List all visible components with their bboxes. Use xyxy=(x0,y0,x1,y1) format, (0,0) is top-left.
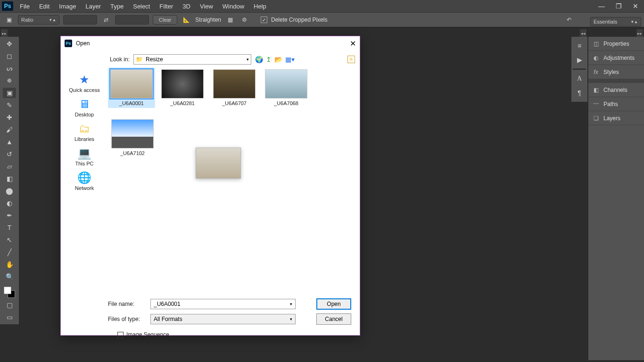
menu-image[interactable]: Image xyxy=(59,3,76,10)
place-libraries[interactable]: 🗂Libraries xyxy=(74,122,94,142)
look-in-label: Look in: xyxy=(108,56,130,63)
healing-brush-tool[interactable]: ✚ xyxy=(3,112,16,123)
line-tool[interactable]: ╱ xyxy=(3,247,16,257)
file-item-1[interactable]: _U6A0281 xyxy=(160,69,205,106)
magic-wand-tool[interactable]: ✵ xyxy=(3,75,16,86)
menu-file[interactable]: File xyxy=(20,3,30,10)
dodge-tool[interactable]: ◐ xyxy=(3,198,16,208)
eraser-tool[interactable]: ▱ xyxy=(3,161,16,172)
crop-tool-icon[interactable]: ▣ xyxy=(4,15,14,25)
ratio-dropdown[interactable]: Ratio▼▲ xyxy=(18,15,59,25)
open-dialog: Ps Open ✕ ★Quick access 🖥Desktop 🗂Librar… xyxy=(60,36,360,336)
zoom-tool[interactable]: 🔍 xyxy=(3,272,16,282)
delete-cropped-checkbox[interactable]: ✓ xyxy=(261,16,267,23)
file-item-3[interactable]: _U6A7068 xyxy=(264,69,309,106)
type-tool[interactable]: T xyxy=(3,222,16,233)
swap-icon[interactable]: ⇄ xyxy=(101,15,111,25)
filetype-dropdown[interactable]: All Formats▾ xyxy=(150,314,296,324)
brush-tool[interactable]: 🖌 xyxy=(3,124,16,135)
menu-layer[interactable]: Layer xyxy=(86,3,101,10)
menu-edit[interactable]: Edit xyxy=(39,3,50,10)
lasso-tool[interactable]: ᔕ xyxy=(3,63,16,74)
window-controls: — ❐ ✕ xyxy=(593,0,644,12)
hand-tool[interactable]: ✋ xyxy=(3,259,16,270)
title-bar: Ps File Edit Image Layer Type Select Fil… xyxy=(0,0,644,12)
panel-styles[interactable]: fxStyles xyxy=(588,65,644,79)
back-icon[interactable]: 🌍 xyxy=(255,56,263,63)
screen-mode-toggle[interactable]: ▭ xyxy=(3,312,16,322)
dialog-close-button[interactable]: ✕ xyxy=(350,39,356,48)
ratio-width-input[interactable] xyxy=(63,15,97,25)
gradient-tool[interactable]: ◧ xyxy=(3,173,16,184)
options-bar: ▣ Ratio▼▲ ⇄ Clear 📐 Straighten ▦ ⚙ ✓ Del… xyxy=(0,12,644,27)
panel-channels[interactable]: ◧Channels xyxy=(588,83,644,97)
move-tool[interactable]: ✥ xyxy=(3,39,16,49)
quick-mask-toggle[interactable]: ▢ xyxy=(3,300,16,310)
paragraph-icon[interactable]: ¶ xyxy=(574,88,585,98)
open-button[interactable]: Open xyxy=(316,298,351,310)
menu-window[interactable]: Window xyxy=(223,3,244,10)
character-icon[interactable]: A xyxy=(574,74,585,84)
color-swatches[interactable] xyxy=(4,287,15,298)
crop-tool[interactable]: ▣ xyxy=(3,88,16,98)
history-brush-tool[interactable]: ↺ xyxy=(3,149,16,159)
workspace-selector[interactable]: Essentials▼▲ xyxy=(590,17,641,26)
filetype-label: Files of type: xyxy=(108,316,146,322)
gear-icon[interactable]: ⚙ xyxy=(239,15,249,25)
file-item-0[interactable]: _U6A0001 xyxy=(108,67,155,108)
places-bar: ★Quick access 🖥Desktop 🗂Libraries 💻This … xyxy=(66,53,103,296)
play-icon[interactable]: ▶ xyxy=(574,55,585,65)
menu-filter[interactable]: Filter xyxy=(159,3,173,10)
image-sequence-checkbox[interactable] xyxy=(117,332,124,338)
panel-stack: ◫Properties ◐Adjustments fxStyles ◧Chann… xyxy=(588,37,644,360)
ratio-height-input[interactable] xyxy=(115,15,149,25)
file-item-2[interactable]: _U6A6707 xyxy=(212,69,257,106)
clear-button[interactable]: Clear xyxy=(153,15,177,25)
thumbnail-icon xyxy=(161,69,204,99)
up-icon[interactable]: ↥ xyxy=(266,56,272,63)
thumbnail-icon xyxy=(213,69,256,99)
favorites-icon[interactable]: ✳ xyxy=(347,56,355,63)
restore-button[interactable]: ❐ xyxy=(610,0,627,12)
menu-3d[interactable]: 3D xyxy=(182,3,190,10)
filename-input[interactable]: _U6A0001▾ xyxy=(150,299,296,309)
close-button[interactable]: ✕ xyxy=(627,0,644,12)
panel-properties[interactable]: ◫Properties xyxy=(588,37,644,51)
clone-stamp-tool[interactable]: ▲ xyxy=(3,137,16,147)
minimize-button[interactable]: — xyxy=(593,0,610,12)
marquee-tool[interactable]: ◻ xyxy=(3,51,16,61)
panel-properties-label: Properties xyxy=(603,41,629,47)
straighten-label: Straighten xyxy=(195,16,221,23)
place-network-label: Network xyxy=(75,185,94,191)
panel-paths-label: Paths xyxy=(603,101,618,107)
blur-tool[interactable]: ⬤ xyxy=(3,186,16,196)
menu-select[interactable]: Select xyxy=(133,3,150,10)
panel-adjustments[interactable]: ◐Adjustments xyxy=(588,51,644,65)
new-folder-icon[interactable]: 📂 xyxy=(274,56,282,63)
panel-layers[interactable]: ❏Layers xyxy=(588,111,644,125)
path-select-tool[interactable]: ↖ xyxy=(3,235,16,245)
presets-icon[interactable]: ≡ xyxy=(574,41,585,51)
place-this-pc[interactable]: 💻This PC xyxy=(75,147,93,166)
reset-icon[interactable]: ↶ xyxy=(564,15,574,25)
filename-value: _U6A0001 xyxy=(154,301,181,307)
file-list[interactable]: _U6A0001 _U6A0281 _U6A6707 _U6A7068 xyxy=(108,66,355,296)
eyedropper-tool[interactable]: ✎ xyxy=(3,100,16,110)
filename-label: File name: xyxy=(108,301,146,307)
menu-help[interactable]: Help xyxy=(254,3,266,10)
place-desktop[interactable]: 🖥Desktop xyxy=(75,98,94,117)
look-in-dropdown[interactable]: 📁 Resize ▾ xyxy=(133,54,251,65)
place-thispc-label: This PC xyxy=(75,161,93,166)
cancel-button[interactable]: Cancel xyxy=(316,313,351,325)
file-item-4[interactable]: _U6A7102 xyxy=(110,119,155,156)
file-name-0: _U6A0001 xyxy=(119,100,144,106)
menu-view[interactable]: View xyxy=(200,3,213,10)
place-quick-access[interactable]: ★Quick access xyxy=(69,73,99,93)
place-network[interactable]: 🌐Network xyxy=(75,171,94,191)
straighten-icon[interactable]: 📐 xyxy=(181,15,191,25)
pen-tool[interactable]: ✒ xyxy=(3,210,16,221)
panel-paths[interactable]: 〰Paths xyxy=(588,97,644,111)
menu-type[interactable]: Type xyxy=(110,3,124,10)
grid-icon[interactable]: ▦ xyxy=(225,15,235,25)
view-menu-icon[interactable]: ▦▾ xyxy=(285,56,295,63)
